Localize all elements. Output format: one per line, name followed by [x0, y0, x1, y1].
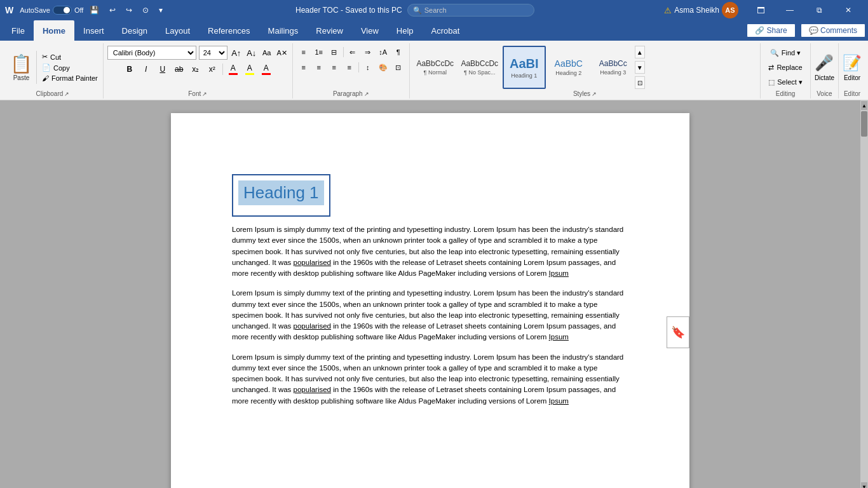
- user-avatar[interactable]: AS: [722, 2, 738, 18]
- styles-expand-icon[interactable]: ↗: [592, 91, 597, 97]
- font-size-select[interactable]: 24: [199, 46, 227, 60]
- ribbon-group-clipboard: 📋 Paste ✂ Cut 📄 Copy 🖌 Format Painter: [3, 43, 104, 98]
- strikethrough-button[interactable]: ab: [172, 62, 187, 76]
- ribbon-group-editor: 📝 Editor Editor: [839, 43, 865, 98]
- tab-acrobat[interactable]: Acrobat: [423, 20, 469, 41]
- font-name-select[interactable]: Calibri (Body): [107, 46, 196, 60]
- increase-indent-button[interactable]: ⇒: [361, 46, 375, 58]
- show-hide-button[interactable]: ¶: [391, 46, 405, 58]
- italic-button[interactable]: I: [139, 62, 154, 76]
- ipsum-link-2[interactable]: Ipsum: [549, 333, 569, 341]
- increase-font-button[interactable]: A↑: [230, 46, 243, 59]
- font-color-button[interactable]: A: [226, 62, 241, 76]
- autosave-toggle[interactable]: AutoSave Off: [20, 6, 83, 15]
- popularised-link-1[interactable]: popularised: [294, 259, 331, 266]
- tab-design[interactable]: Design: [113, 20, 156, 41]
- justify-button[interactable]: ≡: [342, 61, 356, 74]
- comments-button[interactable]: 💬 Comments: [801, 24, 865, 37]
- undo-icon[interactable]: ↩: [107, 4, 118, 16]
- style-normal[interactable]: AaBbCcDc ¶ Normal: [414, 46, 457, 89]
- document-paragraph-3: Lorem Ipsum is simply dummy text of the …: [232, 352, 628, 407]
- subscript-button[interactable]: x₂: [188, 62, 203, 76]
- tab-layout[interactable]: Layout: [156, 20, 199, 41]
- close-button[interactable]: ✕: [834, 0, 863, 20]
- maximize-restore-icon[interactable]: 🗖: [746, 0, 775, 20]
- highlight-color-button[interactable]: A: [242, 62, 257, 76]
- superscript-button[interactable]: x²: [205, 62, 220, 76]
- popularised-link-2[interactable]: popularised: [294, 322, 331, 330]
- styles-expand-button[interactable]: ⊡: [635, 76, 645, 89]
- decrease-font-button[interactable]: A↓: [245, 46, 258, 59]
- tab-references[interactable]: References: [199, 20, 259, 41]
- multilevel-list-button[interactable]: ⊟: [327, 46, 341, 58]
- text-color-button[interactable]: A: [259, 62, 274, 76]
- style-heading3[interactable]: AaBbCc Heading 3: [592, 46, 635, 89]
- paste-button[interactable]: 📋 Paste: [6, 51, 37, 84]
- customize-icon[interactable]: ▾: [156, 4, 165, 16]
- copy-button[interactable]: 📄 Copy: [41, 63, 99, 72]
- paragraph-expand-icon[interactable]: ↗: [364, 91, 369, 97]
- replace-icon: ⇄: [768, 64, 774, 72]
- scroll-down-button[interactable]: ▼: [861, 482, 867, 488]
- clipboard-expand-icon[interactable]: ↗: [64, 91, 69, 97]
- document-page: Heading 1 Lorem Ipsum is simply dummy te…: [171, 113, 689, 488]
- redo-icon[interactable]: ↪: [123, 4, 135, 16]
- autosave-switch[interactable]: [53, 6, 72, 15]
- ipsum-link-3[interactable]: Ipsum: [549, 397, 569, 405]
- ribbon-group-editing: 🔍 Find ▾ ⇄ Replace ⬚ Select ▾ Editing: [761, 43, 811, 98]
- change-case-button[interactable]: Aa: [261, 46, 273, 59]
- tab-file[interactable]: File: [3, 20, 34, 41]
- dictate-button[interactable]: 🎤: [815, 54, 834, 72]
- vertical-scrollbar[interactable]: ▲ ▼: [860, 100, 868, 488]
- shading-button[interactable]: 🎨: [376, 61, 390, 74]
- share-button[interactable]: 🔗 Share: [747, 24, 795, 37]
- tab-home[interactable]: Home: [34, 20, 74, 41]
- decrease-indent-button[interactable]: ⇐: [346, 46, 360, 58]
- scroll-thumb[interactable]: [861, 111, 867, 137]
- borders-button[interactable]: ⊡: [391, 61, 405, 74]
- style-heading1-preview: AaBI: [510, 57, 539, 71]
- align-right-button[interactable]: ≡: [327, 61, 341, 74]
- cut-button[interactable]: ✂ Cut: [41, 52, 99, 62]
- bullets-button[interactable]: ≡: [297, 46, 311, 58]
- tab-view[interactable]: View: [352, 20, 388, 41]
- minimize-button[interactable]: —: [775, 0, 804, 20]
- font-expand-icon[interactable]: ↗: [202, 91, 207, 97]
- scroll-up-button[interactable]: ▲: [861, 101, 867, 110]
- find-button[interactable]: 🔍 Find ▾: [766, 47, 804, 59]
- numbering-button[interactable]: 1≡: [312, 46, 326, 58]
- find-label: Find ▾: [782, 49, 801, 57]
- bold-button[interactable]: B: [122, 62, 137, 76]
- warning-icon: ⚠: [664, 6, 672, 15]
- tab-insert[interactable]: Insert: [74, 20, 113, 41]
- styles-scroll-up[interactable]: ▲: [635, 46, 645, 58]
- style-items: AaBbCcDc ¶ Normal AaBbCcDc ¶ No Spac... …: [414, 46, 635, 89]
- tab-help[interactable]: Help: [388, 20, 423, 41]
- style-no-spacing[interactable]: AaBbCcDc ¶ No Spac...: [458, 46, 501, 89]
- tab-review[interactable]: Review: [307, 20, 352, 41]
- title-search[interactable]: 🔍 Search: [407, 4, 534, 17]
- popularised-link-3[interactable]: popularised: [294, 386, 331, 393]
- select-button[interactable]: ⬚ Select ▾: [764, 76, 806, 88]
- quick-access-icons: 💾 ↩ ↪ ⊙ ▾: [87, 4, 165, 16]
- style-heading2[interactable]: AaBbC Heading 2: [547, 46, 590, 89]
- restore-button[interactable]: ⧉: [804, 0, 834, 20]
- underline-button[interactable]: U: [155, 62, 170, 76]
- replace-button[interactable]: ⇄ Replace: [764, 62, 806, 74]
- align-left-button[interactable]: ≡: [297, 61, 311, 74]
- document-scroll[interactable]: Heading 1 Lorem Ipsum is simply dummy te…: [0, 100, 860, 488]
- line-spacing-button[interactable]: ↕: [361, 61, 375, 74]
- autosave-cloud-icon[interactable]: ⊙: [140, 4, 151, 16]
- align-center-button[interactable]: ≡: [312, 61, 326, 74]
- bookmark-widget[interactable]: 🔖: [667, 316, 689, 348]
- styles-scroll-down[interactable]: ▼: [635, 61, 645, 74]
- ipsum-link-1[interactable]: Ipsum: [549, 269, 569, 277]
- save-icon[interactable]: 💾: [87, 4, 102, 16]
- heading-selection-box: Heading 1: [232, 174, 330, 217]
- style-heading1[interactable]: AaBI Heading 1: [503, 46, 546, 89]
- clear-formatting-button[interactable]: A✕: [276, 46, 288, 59]
- editor-button[interactable]: 📝: [843, 54, 862, 72]
- sort-button[interactable]: ↕A: [376, 46, 390, 58]
- format-painter-button[interactable]: 🖌 Format Painter: [41, 74, 99, 83]
- tab-mailings[interactable]: Mailings: [259, 20, 308, 41]
